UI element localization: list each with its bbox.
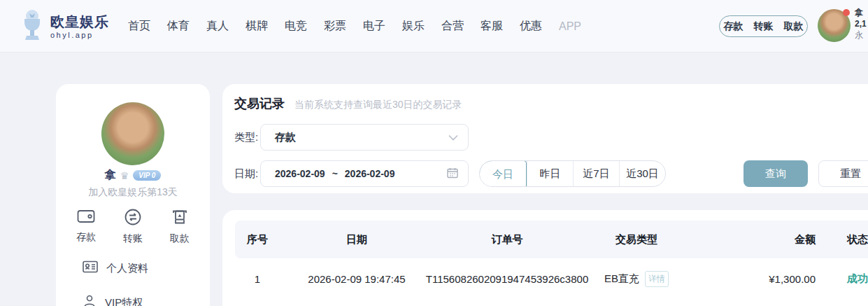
sidebar-item-label: VIP特权 [105, 296, 143, 306]
type-select[interactable]: 存款 [260, 124, 469, 151]
crown-icon: ♛ [120, 170, 129, 181]
profile-username: 拿 [105, 168, 116, 183]
navbar-deposit-button[interactable]: 存款 [724, 20, 744, 33]
reset-button[interactable]: 重置 [818, 160, 868, 187]
type-select-value: 存款 [275, 131, 448, 144]
sidebar-item-profile[interactable]: 个人资料 [83, 260, 148, 276]
transfer-icon [124, 209, 141, 228]
brand-domain: ohyl.app [50, 30, 109, 40]
navbar-user-extra: 永 [855, 29, 868, 41]
trophy-logo-icon [20, 9, 45, 44]
vip-badge: VIP 0 [133, 170, 161, 181]
sidebar-transfer-action[interactable]: 转账 [110, 209, 157, 245]
range-today-button[interactable]: 今日 [479, 160, 527, 187]
withdraw-icon [171, 209, 188, 228]
transaction-filter-panel: 交易记录 当前系统支持查询最近30日的交易记录 类型: 存款 日期: 2026-… [222, 84, 868, 193]
range-30days-button[interactable]: 近30日 [619, 161, 665, 186]
brand-logo[interactable]: 欧皇娱乐 ohyl.app [20, 9, 109, 44]
nav-item-sports[interactable]: 体育 [167, 19, 190, 34]
id-card-icon [83, 260, 98, 276]
nav-item-chess[interactable]: 棋牌 [246, 19, 268, 34]
cell-index: 1 [235, 273, 280, 285]
col-header-order: 订单号 [434, 233, 581, 246]
navbar-withdraw-button[interactable]: 取款 [784, 20, 804, 33]
transaction-table-panel: 序号 日期 订单号 交易类型 金额 状态 1 2026-02-09 19:47:… [222, 210, 868, 306]
wallet-icon [77, 209, 95, 227]
sidebar-item-vip[interactable]: VIP特权 [83, 294, 143, 306]
nav-item-promo[interactable]: 优惠 [520, 19, 542, 34]
notification-dot [843, 9, 850, 16]
person-icon [83, 294, 97, 306]
sidebar-item-label: 个人资料 [106, 262, 148, 275]
cell-status: 成功 [825, 272, 868, 286]
nav-item-home[interactable]: 首页 [128, 19, 150, 34]
date-separator: ~ [332, 168, 338, 179]
col-header-date: 日期 [280, 233, 434, 246]
col-header-type: 交易类型 [581, 233, 692, 246]
date-range-picker[interactable]: 2026-02-09 ~ 2026-02-09 [260, 160, 469, 187]
brand-name: 欧皇娱乐 [50, 13, 109, 30]
navbar-username: 拿 [855, 7, 868, 18]
range-7days-button[interactable]: 近7日 [573, 161, 619, 186]
quick-action-label: 转账 [123, 232, 143, 245]
calendar-icon[interactable] [447, 167, 458, 181]
type-filter-label: 类型: [234, 131, 258, 144]
col-header-index: 序号 [235, 233, 280, 246]
nav-item-affiliate[interactable]: 合营 [441, 19, 464, 34]
table-row: 1 2026-02-09 19:47:45 T11560826020919474… [235, 258, 868, 299]
nav-item-service[interactable]: 客服 [481, 19, 503, 34]
quick-actions: 存款 转账 取款 [63, 209, 203, 245]
navbar-user-info: 拿 2,1 永 [855, 7, 868, 41]
date-quick-ranges: 今日 昨日 近7日 近30日 [479, 160, 666, 187]
nav-item-app[interactable]: APP [559, 20, 581, 33]
range-yesterday-button[interactable]: 昨日 [527, 161, 573, 186]
navbar-transfer-button[interactable]: 转账 [754, 20, 774, 33]
query-button[interactable]: 查询 [744, 160, 808, 187]
table-header-row: 序号 日期 订单号 交易类型 金额 状态 [235, 221, 868, 258]
detail-button[interactable]: 详情 [645, 271, 669, 287]
nav-item-slots[interactable]: 电子 [363, 19, 385, 34]
cell-order-no: T1156082602091947453926c3800 [434, 273, 581, 285]
date-to-value: 2026-02-09 [345, 168, 395, 179]
cell-amount: ¥1,300.00 [692, 273, 825, 285]
sidebar-deposit-action[interactable]: 存款 [63, 209, 110, 245]
quick-action-label: 取款 [170, 232, 190, 245]
quick-action-label: 存款 [76, 231, 96, 244]
profile-avatar [101, 102, 164, 165]
nav-item-entertainment[interactable]: 娱乐 [402, 19, 425, 34]
date-from-value: 2026-02-09 [275, 168, 325, 179]
join-days-text: 加入欧皇娱乐第13天 [56, 186, 210, 199]
page-title: 交易记录 [234, 95, 285, 112]
main-nav: 首页 体育 真人 棋牌 电竞 彩票 电子 娱乐 合营 客服 优惠 APP [128, 0, 581, 53]
sidebar-withdraw-action[interactable]: 取款 [156, 209, 203, 245]
page-subtitle: 当前系统支持查询最近30日的交易记录 [294, 99, 462, 111]
cell-type: EB直充 详情 [581, 271, 692, 287]
navbar-balance: 2,1 [855, 18, 868, 29]
wallet-pill: 存款 转账 取款 [719, 15, 808, 37]
navbar-avatar[interactable] [818, 9, 851, 42]
top-navbar: 欧皇娱乐 ohyl.app 首页 体育 真人 棋牌 电竞 彩票 电子 娱乐 合营… [0, 0, 868, 53]
nav-item-live[interactable]: 真人 [206, 19, 229, 34]
cell-date: 2026-02-09 19:47:45 [280, 273, 434, 285]
nav-item-lottery[interactable]: 彩票 [324, 19, 346, 34]
col-header-amount: 金额 [692, 233, 825, 246]
nav-item-esports[interactable]: 电竞 [285, 19, 307, 34]
date-filter-label: 日期: [234, 167, 258, 181]
profile-sidebar: 拿 ♛ VIP 0 加入欧皇娱乐第13天 存款 转账 [56, 84, 210, 306]
chevron-down-icon [448, 131, 458, 144]
transaction-type-text: EB直充 [604, 272, 639, 286]
col-header-status: 状态 [825, 233, 868, 246]
